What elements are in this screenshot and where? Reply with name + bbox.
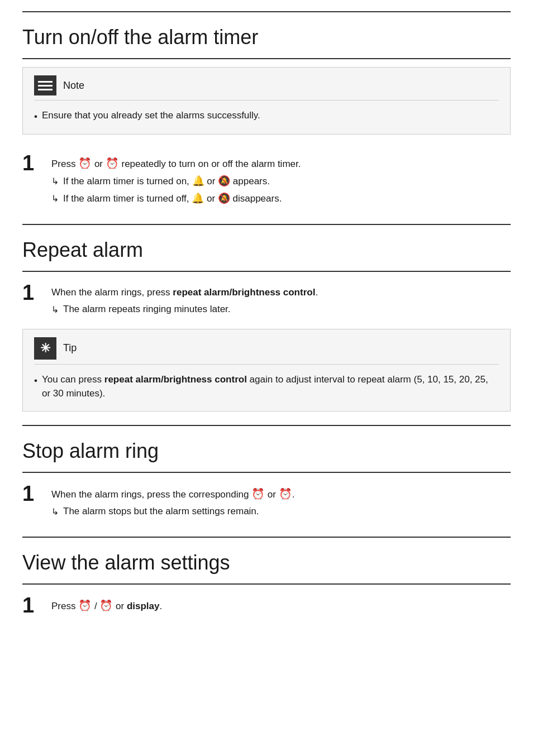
- sub-step-stop-1a: ↳ The alarm stops but the alarm settings…: [51, 504, 511, 519]
- section-stop-alarm: Stop alarm ring 1 When the alarm rings, …: [22, 425, 511, 524]
- tip-bullet-dot: •: [34, 374, 37, 401]
- section-turn-on-off: Turn on/off the alarm timer Note • Ensur…: [22, 11, 511, 210]
- bold-display: display: [127, 601, 160, 611]
- note-header: Note: [34, 75, 499, 101]
- step-main-view-1: Press ⏰ / ⏰ or display.: [51, 598, 511, 614]
- step-main-1: Press ⏰ or ⏰ repeatedly to turn on or of…: [51, 156, 511, 172]
- section-header-view-alarm: View the alarm settings: [22, 537, 511, 585]
- tip-bullet-item: • You can press repeat alarm/brightness …: [34, 370, 499, 403]
- step-content-view-1: Press ⏰ / ⏰ or display.: [51, 595, 511, 616]
- alarm-icon-view-1: ⏰: [78, 600, 92, 611]
- section-header-turn-on-off: Turn on/off the alarm timer: [22, 11, 511, 59]
- step-content-repeat-1: When the alarm rings, press repeat alarm…: [51, 282, 511, 317]
- step-1-turn-on-off: 1 Press ⏰ or ⏰ repeatedly to turn on or …: [22, 142, 511, 211]
- step-number-repeat-1: 1: [22, 282, 40, 303]
- note-box-turn-on-off: Note • Ensure that you already set the a…: [22, 67, 511, 135]
- step-main-repeat-1: When the alarm rings, press repeat alarm…: [51, 285, 511, 300]
- step-1-stop-alarm: 1 When the alarm rings, press the corres…: [22, 473, 511, 524]
- note-bullet-item: • Ensure that you already set the alarms…: [34, 106, 499, 126]
- sub-step-text-stop-1a: The alarm stops but the alarm settings r…: [63, 504, 259, 519]
- tip-text: You can press repeat alarm/brightness co…: [42, 372, 499, 401]
- alarm-icon-2: ⏰: [106, 157, 119, 169]
- section-title-view-alarm: View the alarm settings: [22, 548, 511, 578]
- alarm-icon-view-2: ⏰: [99, 600, 113, 611]
- bullet-dot: •: [34, 109, 37, 124]
- tip-icon: ✳: [34, 337, 56, 360]
- sub-step-1a: ↳ If the alarm timer is turned on, 🔔 or …: [51, 174, 511, 189]
- alarm-icon-stop-1: ⏰: [251, 488, 265, 500]
- tip-box: ✳ Tip • You can press repeat alarm/brigh…: [22, 329, 511, 412]
- step-main-stop-1: When the alarm rings, press the correspo…: [51, 486, 511, 503]
- step-content-stop-1: When the alarm rings, press the correspo…: [51, 483, 511, 519]
- note-label: Note: [63, 78, 84, 93]
- note-text: Ensure that you already set the alarms s…: [42, 108, 260, 124]
- section-title-turn-on-off: Turn on/off the alarm timer: [22, 22, 511, 52]
- step-number-stop-1: 1: [22, 483, 40, 504]
- section-title-repeat-alarm: Repeat alarm: [22, 235, 511, 265]
- section-header-repeat-alarm: Repeat alarm: [22, 224, 511, 272]
- bold-repeat-alarm: repeat alarm/brightness control: [173, 287, 315, 298]
- step-number-view-1: 1: [22, 595, 40, 616]
- step-1-repeat-alarm: 1 When the alarm rings, press repeat ala…: [22, 272, 511, 321]
- alarm-icon-1: ⏰: [78, 157, 92, 169]
- note-icon: [34, 75, 56, 95]
- sub-step-repeat-1a: ↳ The alarm repeats ringing minutes late…: [51, 302, 511, 317]
- arrow-icon-1a: ↳: [51, 175, 59, 188]
- tip-label: Tip: [63, 341, 77, 356]
- sub-step-text-1a: If the alarm timer is turned on, 🔔 or 🔕 …: [63, 174, 270, 189]
- alarm-icon-stop-2: ⏰: [279, 488, 292, 500]
- step-1-view-alarm: 1 Press ⏰ / ⏰ or display.: [22, 585, 511, 621]
- tip-header: ✳ Tip: [34, 337, 499, 365]
- sub-step-text-1b: If the alarm timer is turned off, 🔔 or 🔕…: [63, 191, 282, 206]
- section-title-stop-alarm: Stop alarm ring: [22, 436, 511, 466]
- sub-step-1b: ↳ If the alarm timer is turned off, 🔔 or…: [51, 191, 511, 206]
- section-view-alarm: View the alarm settings 1 Press ⏰ / ⏰ or…: [22, 537, 511, 621]
- section-repeat-alarm: Repeat alarm 1 When the alarm rings, pre…: [22, 224, 511, 412]
- sub-step-text-repeat-1a: The alarm repeats ringing minutes later.: [63, 302, 231, 317]
- arrow-icon-stop-1a: ↳: [51, 505, 59, 519]
- section-header-stop-alarm: Stop alarm ring: [22, 425, 511, 473]
- arrow-icon-repeat-1a: ↳: [51, 303, 59, 317]
- step-content-1: Press ⏰ or ⏰ repeatedly to turn on or of…: [51, 152, 511, 207]
- step-number-1: 1: [22, 152, 40, 174]
- arrow-icon-1b: ↳: [51, 192, 59, 205]
- bold-tip-repeat: repeat alarm/brightness control: [104, 374, 247, 385]
